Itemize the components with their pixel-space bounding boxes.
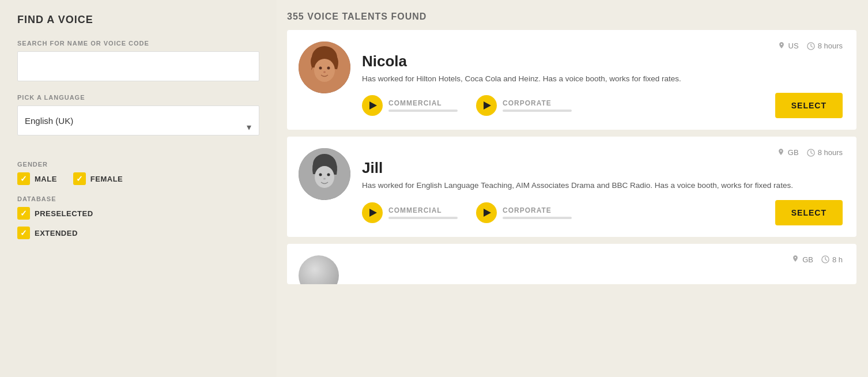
- location-value: GB: [802, 255, 813, 264]
- preselected-checkbox-box: ✓: [17, 207, 30, 220]
- talent-meta-top: GB 8 hours: [362, 148, 843, 157]
- audio-items: COMMERCIAL CORPORATE: [362, 95, 588, 116]
- audio-track-corporate: CORPORATE: [503, 99, 572, 112]
- female-checkmark: ✓: [76, 174, 83, 183]
- clock-icon: [807, 149, 815, 157]
- audio-item-commercial: COMMERCIAL: [362, 95, 458, 116]
- corporate-audio-bar: [503, 217, 572, 219]
- avatar: [299, 42, 350, 93]
- audio-item-commercial: COMMERCIAL: [362, 202, 458, 223]
- location-value: GB: [788, 148, 799, 157]
- corporate-label: CORPORATE: [503, 206, 572, 214]
- database-section: DATABASE ✓ PRESELECTED ✓ EXTENDED: [17, 195, 259, 239]
- hours-value: 8 hours: [818, 42, 843, 50]
- preselected-checkmark: ✓: [20, 209, 27, 218]
- audio-track-commercial: COMMERCIAL: [388, 99, 458, 112]
- svg-point-10: [319, 174, 322, 176]
- talent-name: Jill: [362, 159, 843, 177]
- commercial-audio-bar: [388, 217, 458, 219]
- talent-info: US 8 hours Nicola Has worked for Hilton …: [362, 42, 843, 118]
- language-select[interactable]: English (UK) English (US) French German …: [17, 105, 259, 135]
- commercial-label: COMMERCIAL: [388, 206, 458, 214]
- female-label: FEMALE: [90, 175, 123, 183]
- language-label: PICK A LANGUAGE: [17, 94, 259, 101]
- male-checkmark: ✓: [20, 174, 27, 183]
- location-icon: [778, 42, 786, 50]
- male-label: MALE: [35, 175, 57, 183]
- female-checkbox[interactable]: ✓ FEMALE: [73, 172, 123, 185]
- talent-actions-row: COMMERCIAL CORPORATE SELECT: [362, 93, 843, 118]
- location-value: US: [788, 42, 799, 50]
- audio-item-corporate: CORPORATE: [476, 95, 572, 116]
- talent-description: Has worked for Hilton Hotels, Coca Cola …: [362, 73, 843, 85]
- location-icon: [777, 149, 785, 157]
- language-select-wrapper: English (UK) English (US) French German …: [17, 105, 259, 148]
- preselected-checkbox[interactable]: ✓ PRESELECTED: [17, 207, 259, 220]
- database-items: ✓ PRESELECTED ✓ EXTENDED: [17, 207, 259, 239]
- talent-meta-top: GB 8 h: [350, 255, 843, 264]
- location-meta: US: [778, 42, 799, 50]
- audio-track-corporate: CORPORATE: [503, 206, 572, 219]
- sidebar: FIND A VOICE SEARCH FOR NAME OR VOICE CO…: [0, 0, 277, 377]
- play-corporate-button[interactable]: [476, 202, 497, 223]
- svg-point-2: [314, 59, 335, 82]
- talent-name: Nicola: [362, 52, 843, 70]
- male-checkbox-box: ✓: [17, 172, 30, 185]
- hours-meta: 8 hours: [807, 148, 843, 157]
- gender-section: GENDER ✓ MALE ✓ FEMALE: [17, 161, 259, 185]
- talent-info: GB 8 hours Jill Has worked for English L…: [362, 148, 843, 225]
- extended-checkbox[interactable]: ✓ EXTENDED: [17, 227, 259, 239]
- avatar: [299, 148, 350, 200]
- sidebar-title: FIND A VOICE: [17, 14, 259, 26]
- location-meta: GB: [777, 148, 799, 157]
- corporate-audio-bar: [503, 110, 572, 112]
- location-icon: [791, 255, 799, 263]
- talent-info: GB 8 h: [350, 255, 843, 266]
- svg-point-3: [319, 67, 322, 70]
- audio-items: COMMERCIAL CORPORATE: [362, 202, 588, 223]
- audio-item-corporate: CORPORATE: [476, 202, 572, 223]
- gender-label: GENDER: [17, 161, 259, 168]
- talent-meta-top: US 8 hours: [362, 42, 843, 50]
- play-corporate-button[interactable]: [476, 95, 497, 116]
- svg-point-4: [327, 67, 330, 70]
- hours-value: 8 hours: [818, 148, 843, 157]
- commercial-audio-bar: [388, 110, 458, 112]
- extended-checkmark: ✓: [20, 228, 27, 237]
- extended-checkbox-box: ✓: [17, 227, 30, 239]
- talent-actions-row: COMMERCIAL CORPORATE SELECT: [362, 200, 843, 225]
- extended-label: EXTENDED: [35, 229, 78, 237]
- audio-track-commercial: COMMERCIAL: [388, 206, 458, 219]
- play-commercial-button[interactable]: [362, 95, 383, 116]
- talent-card: GB 8 h: [287, 244, 856, 284]
- select-button[interactable]: SELECT: [775, 200, 843, 225]
- talent-card: US 8 hours Nicola Has worked for Hilton …: [287, 30, 856, 130]
- talent-description: Has worked for English Language Teaching…: [362, 180, 843, 191]
- hours-meta: 8 h: [821, 255, 843, 264]
- clock-icon: [807, 42, 815, 50]
- clock-icon: [821, 255, 829, 263]
- svg-point-11: [327, 174, 330, 176]
- talent-card: GB 8 hours Jill Has worked for English L…: [287, 137, 856, 236]
- male-checkbox[interactable]: ✓ MALE: [17, 172, 57, 185]
- database-label: DATABASE: [17, 195, 259, 202]
- play-commercial-button[interactable]: [362, 202, 383, 223]
- main-content: 355 VOICE TALENTS FOUND: [277, 0, 868, 377]
- search-input[interactable]: [17, 51, 259, 81]
- hours-value: 8 h: [832, 255, 843, 264]
- select-button[interactable]: SELECT: [775, 93, 843, 118]
- location-meta: GB: [791, 255, 813, 264]
- search-label: SEARCH FOR NAME OR VOICE CODE: [17, 40, 259, 47]
- corporate-label: CORPORATE: [503, 99, 572, 107]
- svg-point-12: [323, 178, 326, 180]
- gender-checkboxes: ✓ MALE ✓ FEMALE: [17, 172, 259, 185]
- svg-point-9: [315, 166, 334, 188]
- svg-point-5: [323, 71, 326, 73]
- avatar: [299, 255, 339, 284]
- results-title: 355 VOICE TALENTS FOUND: [287, 12, 856, 22]
- female-checkbox-box: ✓: [73, 172, 86, 185]
- hours-meta: 8 hours: [807, 42, 843, 50]
- preselected-label: PRESELECTED: [35, 209, 93, 218]
- commercial-label: COMMERCIAL: [388, 99, 458, 107]
